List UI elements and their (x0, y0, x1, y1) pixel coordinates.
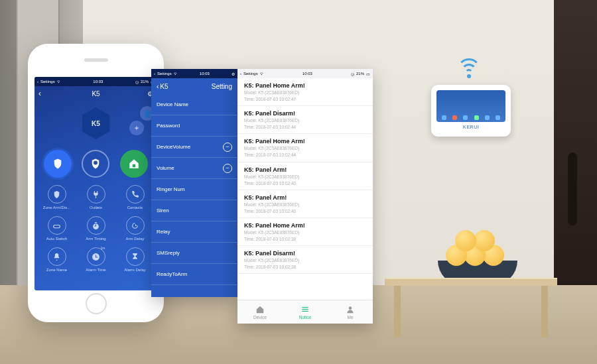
notice-title: K5: Panel Arm! (244, 166, 366, 173)
tab-bar: Device Notice Me (237, 300, 373, 324)
setting-label: Ringer Num (157, 186, 185, 192)
notice-item[interactable]: K5: Panel Arm!Model: K5 (2C3AE83876ED)Ti… (237, 162, 373, 190)
notice-title: K5: Panel Home Arm! (244, 82, 366, 89)
panel-brand-label: KERUI (436, 125, 505, 129)
grid-cell[interactable]: 1mAlarm Time (76, 244, 115, 275)
setting-row[interactable]: DeviceVolume− (151, 137, 237, 158)
nav-back-icon[interactable]: ‹ (38, 89, 41, 98)
notice-model: Model: K5 (2C3AE83876ED) (244, 202, 366, 208)
setting-label: Device Name (157, 101, 188, 107)
settings-gear-icon[interactable]: ⚙ (232, 72, 235, 76)
back-chevron-icon[interactable]: ‹ (240, 72, 241, 76)
grid-cell[interactable]: Outlets (76, 182, 115, 213)
notice-item[interactable]: K5: Panel Arm!Model: K5 (2C3AE83876ED)Ti… (237, 190, 373, 218)
notice-model: Model: K5 (2C3AE83876ED) (244, 117, 366, 123)
wifi-status-icon: ᯤ (174, 72, 178, 76)
arm-stay-button[interactable] (82, 150, 109, 178)
grid-cell[interactable]: Arm Timing (76, 213, 115, 244)
notice-item[interactable]: K5: Panel Home Arm!Model: K5 (2C3AE83876… (237, 134, 373, 162)
hourglass-icon (126, 247, 145, 266)
switch-icon (48, 216, 66, 235)
setting-label: Relay (157, 229, 170, 235)
grid-label: Alarm Delay (124, 268, 146, 272)
setting-row[interactable]: Volume− (151, 158, 237, 179)
notice-item[interactable]: K5: Panel Disarm!Model: K5 (2C3AE83876ED… (237, 246, 373, 274)
setting-label: DeviceVolume (157, 144, 190, 150)
status-time: 10:03 (200, 72, 210, 76)
status-time: 10:03 (93, 80, 103, 84)
notice-item[interactable]: K5: Panel Home Arm!Model: K5 (2C3AE83876… (237, 218, 373, 246)
notice-item[interactable]: K5: Panel Home Arm!Model: K5 (2C3AE83876… (237, 78, 373, 106)
status-back-label[interactable]: Settings (40, 80, 55, 84)
battery-ring-icon: ◶ (135, 80, 139, 84)
setting-row[interactable]: ReadyToArm (151, 264, 237, 285)
setting-row[interactable]: Siren (151, 200, 237, 221)
grid-cell[interactable]: Arm Delay (115, 213, 155, 244)
notice-list[interactable]: K5: Panel Home Arm!Model: K5 (2C3AE83876… (237, 78, 373, 300)
chevron-left-icon: ‹ (157, 83, 159, 90)
door-handle (568, 152, 577, 225)
setting-label: SMSreply (157, 250, 180, 256)
status-back-label[interactable]: Settings (243, 72, 258, 76)
app-home-screen: ‹ Settings ᯤ 10:03 ◶ 21% ▭ ‹ K5 ⚙ K5 👤 ＋ (34, 77, 157, 290)
setting-label: Siren (157, 208, 169, 213)
nav-title: Setting (212, 83, 232, 90)
grid-cell[interactable]: Auto Switch (37, 213, 76, 244)
tab-label: Device (253, 315, 267, 320)
grid-label: Alarm Time (86, 268, 105, 272)
app-nav-bar: ‹ K5 ⚙ (34, 86, 157, 101)
tab-label: Me (347, 315, 353, 320)
device-hex-badge[interactable]: K5 (82, 107, 110, 139)
arm-away-button[interactable] (44, 150, 72, 178)
arm-mode-row (34, 150, 157, 182)
status-battery: 21% (356, 72, 364, 76)
settings-list: Device NamePasswordDeviceVolume−Volume−R… (151, 94, 237, 297)
nav-title: K5 (92, 90, 100, 97)
grid-cell[interactable]: Contacts (115, 182, 155, 213)
notice-title: K5: Panel Home Arm! (244, 222, 366, 229)
setting-row[interactable]: Relay (151, 221, 237, 243)
status-battery: 21% (141, 80, 149, 84)
nav-back-button[interactable]: ‹K5 (157, 83, 168, 90)
notice-time: Time: 2018-07-03 10:02:44 (244, 152, 366, 158)
settings-nav-bar: ‹K5 Setting (151, 78, 237, 94)
status-time: 10:03 (302, 72, 312, 76)
notice-item[interactable]: K5: Panel Disarm!Model: K5 (2C3AE83876ED… (237, 106, 373, 134)
panel-screen (436, 90, 505, 122)
setting-row[interactable]: Password (151, 115, 237, 137)
add-bubble-icon[interactable]: ＋ (129, 121, 144, 135)
tab-label: Notice (299, 315, 311, 320)
tab-me[interactable]: Me (328, 300, 373, 324)
setting-row[interactable]: SMSreply (151, 243, 237, 264)
app-notice-screen: ‹Settingsᯤ 10:03 ◶21%▭ K5: Panel Home Ar… (237, 69, 373, 324)
grid-cell[interactable]: Zone Arm/Dis... (37, 182, 76, 213)
status-bar: ‹Settingsᯤ 10:03 ◶21%▭ (237, 69, 373, 78)
disarm-button[interactable] (120, 150, 148, 178)
notice-time: Time: 2018-07-03 10:02:38 (244, 236, 366, 242)
setting-row[interactable]: Ringer Num (151, 179, 237, 200)
status-back-label[interactable]: Settings (157, 72, 172, 76)
battery-icon: ▭ (366, 72, 370, 76)
back-chevron-icon[interactable]: ‹ (37, 80, 38, 84)
tab-device[interactable]: Device (237, 300, 283, 324)
notice-title: K5: Panel Disarm! (244, 250, 366, 257)
notice-model: Model: K5 (2C3AE83876ED) (244, 257, 366, 263)
right-door (554, 0, 597, 305)
grid-cell[interactable]: Zone Name (37, 244, 76, 275)
bell-icon (48, 247, 66, 266)
tab-notice[interactable]: Notice (283, 300, 328, 324)
notice-time: Time: 2018-07-03 10:02:47 (244, 96, 366, 102)
notice-time: Time: 2018-07-03 10:02:38 (244, 264, 366, 270)
timer-icon (87, 216, 105, 235)
setting-label: ReadyToArm (157, 271, 187, 277)
badge: 1m (101, 246, 105, 250)
minus-icon[interactable]: − (223, 164, 232, 173)
setting-row[interactable]: Device Name (151, 94, 237, 115)
minus-icon[interactable]: − (223, 143, 232, 152)
grid-label: Arm Timing (86, 237, 105, 241)
wifi-icon (457, 58, 481, 78)
back-chevron-icon[interactable]: ‹ (154, 72, 155, 76)
notice-model: Model: K5 (2C3AE83876ED) (244, 229, 366, 235)
grid-cell[interactable]: Alarm Delay (115, 244, 155, 275)
fruit-icon (455, 230, 476, 251)
